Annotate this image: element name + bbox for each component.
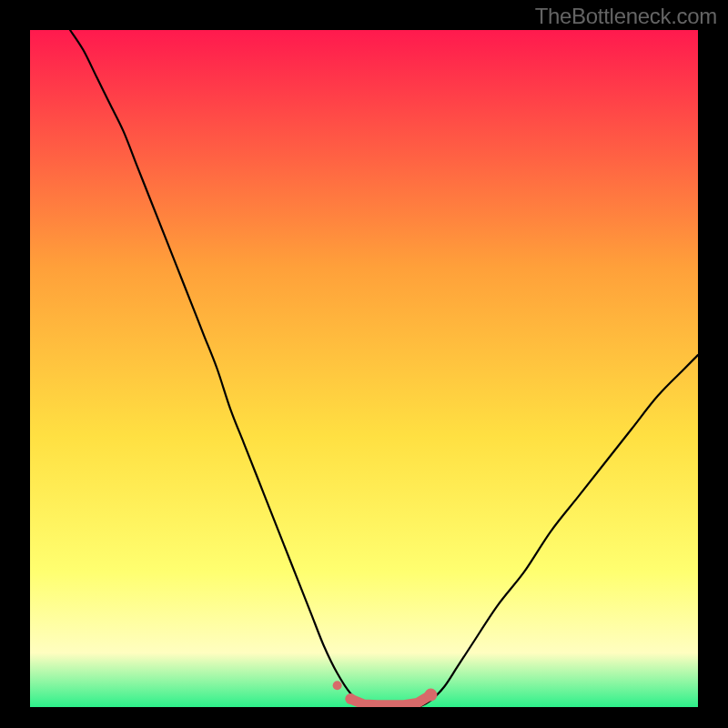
optimal-marker-dot	[424, 689, 437, 702]
gradient-background	[30, 30, 698, 707]
watermark-text: TheBottleneck.com	[535, 4, 717, 29]
plot-svg	[30, 30, 698, 707]
plot-area	[30, 30, 698, 707]
chart-container: TheBottleneck.com	[0, 0, 728, 728]
optimal-marker-dot	[345, 693, 356, 704]
optimal-marker-lone-dot	[333, 681, 342, 690]
